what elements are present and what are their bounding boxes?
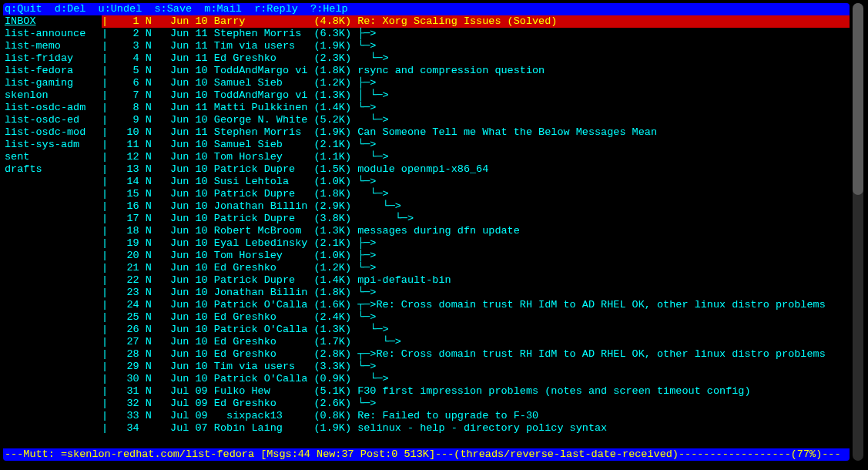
message-row[interactable]: | 15 N Jun 10 Patrick Dupre (1.8K) └─> xyxy=(102,188,850,200)
folder-list-osdc-ed[interactable]: list-osdc-ed xyxy=(3,114,102,126)
message-row[interactable]: | 9 N Jun 10 George N. White (5.2K) └─> xyxy=(102,114,850,126)
message-row[interactable]: | 3 N Jun 11 Tim via users (1.9K) └─> xyxy=(102,40,850,52)
folder-list-announce[interactable]: list-announce xyxy=(3,28,102,40)
message-row[interactable]: | 33 N Jul 09 sixpack13 (0.8K) Re: Faile… xyxy=(102,410,850,422)
message-row[interactable]: | 30 N Jun 10 Patrick O'Calla (0.9K) └─> xyxy=(102,373,850,385)
message-row[interactable]: | 5 N Jun 10 ToddAndMargo vi (1.8K) rsyn… xyxy=(102,65,850,77)
folder-sidebar[interactable]: INBOXlist-announcelist-memolist-fridayli… xyxy=(3,15,102,448)
folder-list-friday[interactable]: list-friday xyxy=(3,52,102,65)
message-row[interactable]: | 12 N Jun 10 Tom Horsley (1.1K) └─> xyxy=(102,151,850,163)
message-row[interactable]: | 21 N Jun 10 Ed Greshko (1.2K) └─> xyxy=(102,262,850,274)
status-bar: ---Mutt: =skenlon-redhat.com/list-fedora… xyxy=(3,448,850,461)
message-row[interactable]: | 7 N Jun 10 ToddAndMargo vi (1.3K) │ └─… xyxy=(102,89,850,102)
message-row[interactable]: | 16 N Jun 10 Jonathan Billin (2.9K) └─> xyxy=(102,200,850,213)
folder-list-gaming[interactable]: list-gaming xyxy=(3,77,102,89)
message-row[interactable]: | 22 N Jun 10 Patrick Dupre (1.4K) mpi-d… xyxy=(102,274,850,287)
folder-skenlon[interactable]: skenlon xyxy=(3,89,102,102)
scrollbar-thumb[interactable] xyxy=(853,3,863,195)
folder-list-osdc-mod[interactable]: list-osdc-mod xyxy=(3,126,102,139)
menu-bar: q:Quit d:Del u:Undel s:Save m:Mail r:Rep… xyxy=(3,3,850,15)
message-row[interactable]: | 13 N Jun 10 Patrick Dupre (1.5K) modul… xyxy=(102,163,850,176)
folder-sent[interactable]: sent xyxy=(3,151,102,163)
terminal-window: q:Quit d:Del u:Undel s:Save m:Mail r:Rep… xyxy=(3,3,850,461)
message-row[interactable]: | 1 N Jun 10 Barry (4.8K) Re: Xorg Scali… xyxy=(102,15,850,28)
message-row[interactable]: | 23 N Jun 10 Jonathan Billin (1.8K) └─> xyxy=(102,287,850,299)
message-row[interactable]: | 31 N Jul 09 Fulko Hew (5.1K) F30 first… xyxy=(102,385,850,398)
folder-list-osdc-adm[interactable]: list-osdc-adm xyxy=(3,102,102,114)
scrollbar[interactable] xyxy=(853,3,863,461)
message-row[interactable]: | 2 N Jun 11 Stephen Morris (6.3K) ├─> xyxy=(102,28,850,40)
folder-list-fedora[interactable]: list-fedora xyxy=(3,65,102,77)
message-row[interactable]: | 25 N Jun 10 Ed Greshko (2.4K) └─> xyxy=(102,311,850,324)
message-row[interactable]: | 24 N Jun 10 Patrick O'Calla (1.6K) ┬─>… xyxy=(102,299,850,311)
message-row[interactable]: | 8 N Jun 11 Matti Pulkkinen (1.4K) └─> xyxy=(102,102,850,114)
message-row[interactable]: | 28 N Jun 10 Ed Greshko (2.8K) ┬─>Re: C… xyxy=(102,348,850,361)
message-list[interactable]: | 1 N Jun 10 Barry (4.8K) Re: Xorg Scali… xyxy=(102,15,850,448)
message-row[interactable]: | 10 N Jun 11 Stephen Morris (1.9K) Can … xyxy=(102,126,850,139)
message-row[interactable]: | 20 N Jun 10 Tom Horsley (1.0K) ├─> xyxy=(102,250,850,262)
folder-drafts[interactable]: drafts xyxy=(3,163,102,176)
message-row[interactable]: | 14 N Jun 10 Susi Lehtola (1.0K) └─> xyxy=(102,176,850,188)
message-row[interactable]: | 19 N Jun 10 Eyal Lebedinsky (2.1K) ├─> xyxy=(102,237,850,250)
body-area: INBOXlist-announcelist-memolist-fridayli… xyxy=(3,15,850,448)
folder-INBOX[interactable]: INBOX xyxy=(3,15,102,28)
message-row[interactable]: | 29 N Jun 10 Tim via users (3.3K) └─> xyxy=(102,361,850,373)
folder-list-memo[interactable]: list-memo xyxy=(3,40,102,52)
message-row[interactable]: | 17 N Jun 10 Patrick Dupre (3.8K) └─> xyxy=(102,213,850,225)
message-row[interactable]: | 26 N Jun 10 Patrick O'Calla (1.3K) └─> xyxy=(102,324,850,336)
message-row[interactable]: | 32 N Jul 09 Ed Greshko (2.6K) └─> xyxy=(102,398,850,410)
message-row[interactable]: | 4 N Jun 11 Ed Greshko (2.3K) └─> xyxy=(102,52,850,65)
folder-list-sys-adm[interactable]: list-sys-adm xyxy=(3,139,102,151)
message-row[interactable]: | 11 N Jun 10 Samuel Sieb (2.1K) └─> xyxy=(102,139,850,151)
message-row[interactable]: | 18 N Jun 10 Robert McBroom (1.3K) mess… xyxy=(102,225,850,237)
message-row[interactable]: | 34 Jul 07 Robin Laing (1.9K) selinux -… xyxy=(102,422,850,435)
message-row[interactable]: | 6 N Jun 10 Samuel Sieb (1.2K) ├─> xyxy=(102,77,850,89)
message-row[interactable]: | 27 N Jun 10 Ed Greshko (1.7K) └─> xyxy=(102,336,850,348)
